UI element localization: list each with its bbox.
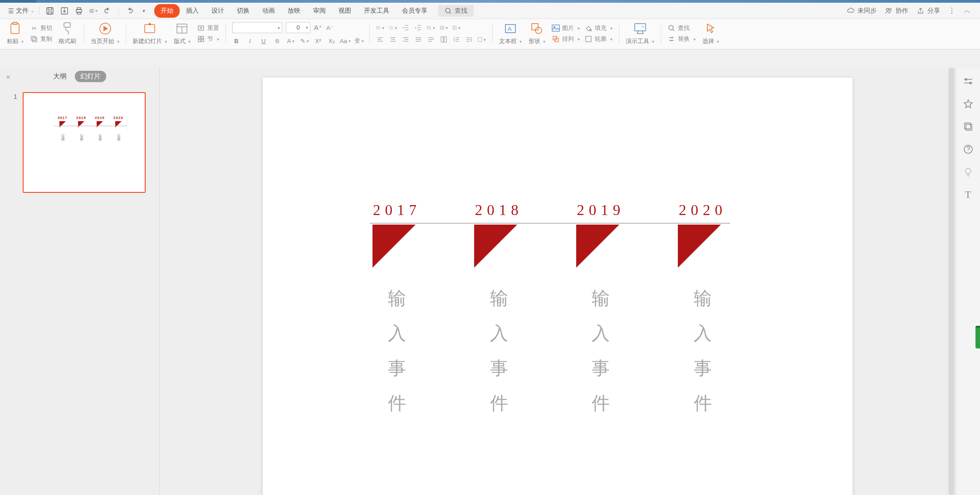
bulb-icon[interactable] [963, 167, 974, 177]
text-icon[interactable]: T [963, 189, 974, 200]
increase-indent-icon[interactable] [414, 24, 422, 32]
format-painter-button[interactable]: 格式刷 [57, 22, 78, 45]
undo-icon[interactable] [104, 7, 112, 15]
distribute-icon[interactable] [427, 35, 435, 44]
clear-format-icon[interactable]: 变 [355, 37, 363, 45]
collapse-ribbon-icon[interactable]: ︿ [964, 6, 971, 15]
event-text[interactable]: 输 入 事 件 [388, 286, 406, 416]
file-menu[interactable]: ☰ 文件 ⌄ [4, 5, 39, 17]
more-menu[interactable]: ⋮ [948, 6, 956, 15]
star-icon[interactable] [963, 98, 974, 109]
textbox-button[interactable]: A 文本框 [499, 22, 522, 45]
thumbnail-list[interactable]: 1 2017输入事件 2018输入事件 2019输入事件 2020输入事件 [0, 85, 159, 495]
vertical-scrollbar[interactable] [947, 68, 956, 495]
numbering-icon[interactable]: 123 [389, 24, 397, 32]
subscript-icon[interactable]: X₂ [328, 37, 336, 45]
tab-design[interactable]: 设计 [205, 4, 230, 18]
decrease-font-icon[interactable]: A⁻ [326, 24, 334, 32]
timeline-item-2018[interactable]: 2018 输 入 事 件 [472, 202, 526, 416]
redo-icon[interactable] [125, 7, 133, 15]
timeline-item-2017[interactable]: 2017 输 入 事 件 [370, 202, 424, 416]
increase-font-icon[interactable]: A⁺ [314, 24, 322, 32]
line-spacing-icon[interactable] [427, 24, 435, 32]
new-slide-button[interactable]: 新建幻灯片 [132, 22, 167, 45]
tab-view[interactable]: 视图 [332, 4, 358, 18]
timeline-item-2020[interactable]: 2020 输 入 事 件 [676, 202, 730, 416]
save-as-icon[interactable] [60, 7, 69, 15]
reset-button[interactable]: 重置 [197, 24, 219, 32]
underline-icon[interactable]: U [260, 37, 268, 45]
settings-toggle-icon[interactable] [963, 76, 974, 87]
thumbnail-tabs: « 大纲 幻灯片 [0, 68, 159, 85]
layout-button[interactable]: 版式 [172, 22, 192, 45]
tab-animations[interactable]: 动画 [256, 4, 281, 18]
share-button[interactable]: 分享 [916, 7, 940, 15]
align-center-icon[interactable] [389, 35, 397, 44]
edge-feedback-tab[interactable] [975, 326, 980, 348]
save-icon[interactable] [46, 7, 54, 15]
find-button[interactable]: 查找 [667, 24, 696, 32]
tab-member[interactable]: 会员专享 [396, 4, 434, 18]
sync-status[interactable]: 未同步 [847, 7, 877, 15]
tab-developer[interactable]: 开发工具 [358, 4, 396, 18]
superscript-icon[interactable]: X² [314, 37, 322, 45]
section-button[interactable]: 节 [197, 35, 219, 43]
event-text[interactable]: 输 入 事 件 [490, 286, 508, 416]
tab-slideshow[interactable]: 放映 [281, 4, 307, 18]
shape-button[interactable]: 形状 [526, 22, 547, 45]
change-case-icon[interactable]: Aa [341, 37, 349, 45]
print-icon[interactable] [75, 7, 83, 15]
align-vertical-icon[interactable] [452, 24, 461, 32]
search-box[interactable]: 查找 [438, 5, 474, 17]
collab-button[interactable]: 协作 [885, 7, 908, 15]
tab-insert[interactable]: 插入 [180, 4, 205, 18]
indent-left-icon[interactable] [452, 35, 461, 44]
help-icon[interactable] [963, 144, 974, 155]
copy-button[interactable]: 复制 [30, 35, 52, 43]
tab-transitions[interactable]: 切换 [230, 4, 256, 18]
print-preview-icon[interactable] [89, 7, 98, 15]
bold-icon[interactable]: B [232, 37, 240, 45]
strikethrough-icon[interactable]: S [273, 37, 281, 45]
highlight-icon[interactable]: ✎ [300, 37, 309, 45]
scrollbar-thumb[interactable] [949, 68, 954, 495]
picture-button[interactable]: 图片 [552, 24, 580, 32]
paragraph-more-icon[interactable] [478, 35, 486, 44]
paste-button[interactable]: 粘贴 [5, 22, 25, 45]
bullets-icon[interactable] [376, 24, 384, 32]
italic-icon[interactable]: I [246, 37, 254, 45]
tab-home[interactable]: 开始 [154, 4, 180, 18]
tab-review[interactable]: 审阅 [307, 4, 332, 18]
decrease-indent-icon[interactable] [402, 24, 410, 32]
layers-icon[interactable] [963, 121, 974, 132]
from-current-button[interactable]: 当页开始 [91, 22, 119, 45]
outline-tab[interactable]: 大纲 [53, 72, 67, 81]
slide-canvas[interactable]: 2017 输 入 事 件 2018 输 [263, 78, 853, 495]
align-left-icon[interactable] [376, 35, 384, 44]
font-color-icon[interactable]: A [287, 37, 295, 45]
collapse-panel-icon[interactable]: « [6, 73, 10, 80]
text-direction-icon[interactable]: AB [440, 24, 448, 32]
slide-thumbnail-1[interactable]: 2017输入事件 2018输入事件 2019输入事件 2020输入事件 [23, 92, 146, 193]
slides-tab[interactable]: 幻灯片 [75, 71, 106, 82]
event-text[interactable]: 输 入 事 件 [694, 286, 712, 416]
columns-icon[interactable] [440, 35, 448, 44]
event-text[interactable]: 输 入 事 件 [592, 286, 610, 416]
present-tools-button[interactable]: 演示工具 [626, 22, 654, 45]
replace-button[interactable]: 替换 [667, 35, 696, 43]
canvas-area[interactable]: 2017 输 入 事 件 2018 输 [160, 68, 956, 495]
svg-rect-25 [198, 39, 201, 42]
select-button[interactable]: 选择 [700, 22, 721, 45]
align-right-icon[interactable] [402, 35, 410, 44]
font-size-select[interactable]: 0 ▾ [286, 22, 310, 33]
cut-button[interactable]: ✂ 剪切 [30, 24, 52, 32]
font-name-select[interactable]: ▾ [232, 22, 282, 33]
group-clipboard: 粘贴 ✂ 剪切 复制 格式刷 [5, 22, 78, 45]
fill-button[interactable]: 填充 [584, 24, 612, 32]
outline-button[interactable]: 轮廓 [584, 35, 612, 43]
customize-qat-icon[interactable]: ▾ [140, 7, 148, 15]
arrange-button[interactable]: 排列 [552, 35, 580, 43]
timeline-item-2019[interactable]: 2019 输 入 事 件 [573, 202, 628, 416]
indent-right-icon[interactable] [465, 35, 473, 44]
align-justify-icon[interactable] [414, 35, 422, 44]
